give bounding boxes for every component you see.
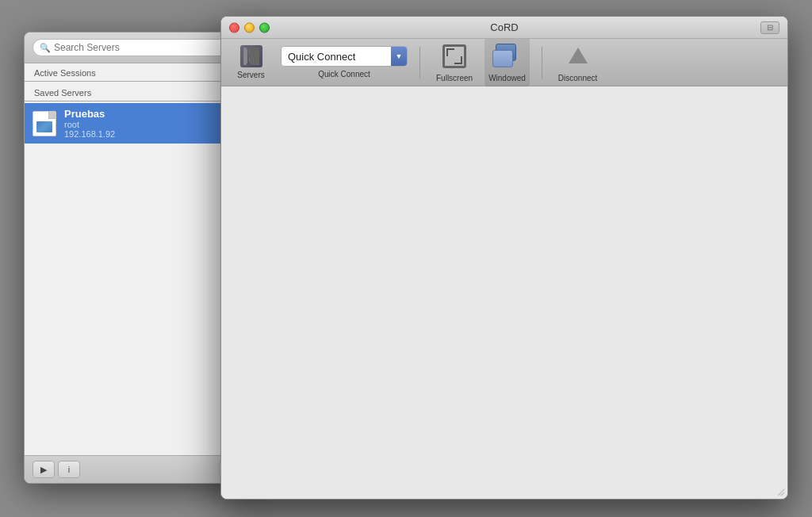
toolbar-separator-1 [419,47,420,79]
play-button[interactable]: ▶ [33,461,55,478]
close-button[interactable] [229,22,239,33]
info-button[interactable]: i [58,461,80,478]
main-toolbar: Servers Quick Connect ▼ Quick Connect Fu… [221,39,787,86]
search-icon: 🔍 [40,43,51,53]
fullscreen-button[interactable]: Fullscreen [432,38,477,86]
servers-toolbar-label: Servers [237,71,264,79]
windowed-icon-front [492,50,513,67]
windowed-label: Windowed [488,74,526,82]
divider-2 [25,101,249,101]
svg-line-4 [781,492,784,496]
window-title: CoRD [490,21,518,33]
fullscreen-icon [440,42,469,71]
divider-1 [25,81,249,82]
search-input[interactable] [54,42,234,53]
servers-toolbar-icon [240,45,262,67]
servers-panel: 🔍 Active Sessions Saved Servers Pruebas … [24,32,250,484]
main-content-area [221,86,787,499]
sidebar-content: Active Sessions Saved Servers Pruebas ro… [25,63,249,144]
main-window: CoRD Servers Quick Connect ▼ Quick Conne… [220,16,788,500]
saved-servers-label: Saved Servers [25,83,249,99]
server-name: Pruebas [64,108,115,120]
server-item[interactable]: Pruebas root 192.168.1.92 [25,103,249,144]
disconnect-label: Disconnect [558,74,597,82]
disconnect-svg-icon [566,44,590,68]
fullscreen-svg-icon [442,44,466,68]
disconnect-triangle [569,48,588,63]
windowed-button[interactable]: Windowed [485,38,530,86]
windowed-icon [492,42,521,71]
minimize-button[interactable] [244,22,255,33]
servers-footer: ▶ i + [25,455,249,483]
disconnect-button[interactable]: Disconnect [554,38,601,86]
server-icon [33,111,58,136]
svg-line-3 [778,489,784,496]
svg-rect-2 [249,56,259,62]
server-icon-img [33,111,56,136]
search-box[interactable]: 🔍 [33,39,241,56]
maximize-button[interactable] [259,22,270,33]
server-info: Pruebas root 192.168.1.92 [64,108,115,139]
footer-left-buttons: ▶ i [33,461,80,478]
server-ip: 192.168.1.92 [64,129,115,139]
resize-handle-icon [775,486,784,496]
servers-toolbar-button[interactable]: Servers [229,45,273,79]
windowed-icon-wrap [492,44,521,69]
main-titlebar: CoRD [221,17,787,39]
quick-connect-arrow-icon: ▼ [391,47,407,66]
quick-connect-label: Quick Connect [318,70,370,79]
traffic-lights [229,22,270,33]
active-sessions-label: Active Sessions [25,63,249,79]
fullscreen-label: Fullscreen [436,74,473,82]
quick-connect-group: Quick Connect ▼ Quick Connect [281,46,408,79]
window-resize-button[interactable] [760,21,779,34]
toolbar-separator-2 [542,47,542,79]
svg-rect-0 [244,49,247,63]
svg-rect-1 [249,49,259,55]
disconnect-icon [564,42,592,71]
quick-connect-value: Quick Connect [282,51,391,63]
servers-svg-icon [243,48,260,65]
quick-connect-dropdown[interactable]: Quick Connect ▼ [281,46,408,67]
server-user: root [64,120,115,129]
servers-toolbar: 🔍 [25,33,249,63]
